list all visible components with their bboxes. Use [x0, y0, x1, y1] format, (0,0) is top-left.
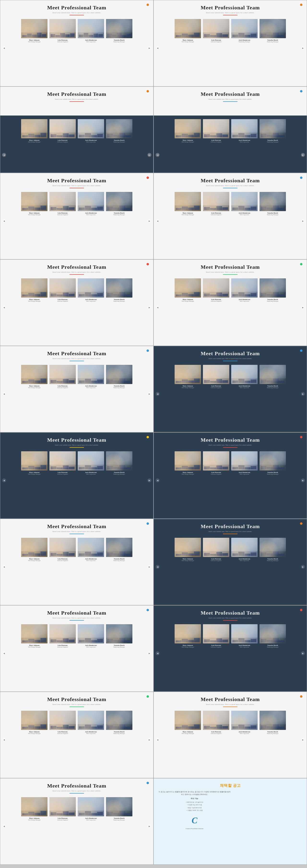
team-member-19-2: Leia Peterson Software Engineer — [49, 797, 76, 821]
nav-arrow-right-4[interactable]: ▶ — [301, 153, 305, 157]
team-member-5-1: Mary Johnson Web Design Manager — [21, 192, 47, 215]
member-photo-18-2 — [203, 711, 229, 730]
slide-12-dot — [300, 436, 302, 438]
member-photo-6-2 — [203, 192, 229, 211]
slide-14-team: Mary Johnson Web Design Manager Leia Pet… — [154, 535, 307, 564]
slide-9-subtitle: Insert your subtitle here. This is a goo… — [0, 358, 153, 360]
slide-15: Meet Professional Team Insert your subti… — [0, 605, 154, 692]
nav-arrow-left-7[interactable]: ◀ — [2, 306, 6, 309]
member-role-3-1: Web Design Manager — [28, 141, 40, 143]
member-role-2: Software Engineer — [57, 41, 68, 42]
slide-14-dot — [300, 522, 302, 525]
nav-arrow-right-12[interactable]: ▶ — [301, 478, 305, 482]
member-name-13-4: Natasha Beach — [114, 558, 125, 560]
nav-arrow-right-18[interactable]: ▶ — [301, 738, 305, 742]
slide-7-header: Meet Professional Team Insert your subti… — [0, 260, 153, 275]
slide-12-subtitle: Insert your subtitle here. This is a goo… — [154, 444, 307, 446]
nav-arrow-right-16[interactable]: ▶ — [301, 651, 305, 655]
member-photo-4-2 — [203, 119, 229, 138]
member-name-18-1: Mary Johnson — [182, 731, 193, 733]
nav-arrow-left-2[interactable]: ◀ — [156, 46, 160, 50]
team-member-6-1: Mary Johnson Web Design Manager — [175, 192, 201, 215]
nav-arrow-right-13[interactable]: ▶ — [147, 565, 151, 569]
member-name-11-3: Jack Henderson — [85, 471, 97, 473]
slide-1-title: Meet Professional Team — [0, 5, 153, 11]
nav-arrow-left-8[interactable]: ◀ — [156, 306, 160, 309]
member-photo-15-1 — [21, 624, 47, 644]
nav-arrow-right-15[interactable]: ▶ — [147, 651, 151, 655]
slide-19-header: Meet Professional Team Insert your subti… — [0, 778, 153, 794]
nav-arrow-right-19[interactable]: ▶ — [147, 824, 151, 828]
slide-7-team: Mary Johnson Web Design Manager Leia Pet… — [0, 276, 153, 304]
nav-arrow-left-16[interactable]: ◀ — [156, 651, 160, 655]
nav-arrow-left-12[interactable]: ◀ — [156, 478, 160, 482]
nav-arrow-left-10[interactable]: ◀ — [156, 392, 160, 396]
member-role-2-2: Software Engineer — [211, 41, 221, 42]
slide-10-dot — [300, 349, 302, 352]
member-name-8-2: Leia Peterson — [211, 299, 221, 301]
member-photo-5-2 — [49, 192, 76, 211]
slide-6-subtitle: Insert your subtitle here. This is a goo… — [154, 185, 307, 187]
nav-arrow-right-10[interactable]: ▶ — [301, 392, 305, 396]
nav-arrow-right-14[interactable]: ▶ — [301, 565, 305, 569]
nav-arrow-left-11[interactable]: ◀ — [2, 478, 6, 482]
nav-arrow-right-17[interactable]: ▶ — [147, 738, 151, 742]
nav-arrow-right-5[interactable]: ▶ — [147, 219, 151, 223]
nav-arrow-left-19[interactable]: ◀ — [2, 824, 6, 828]
nav-arrow-left-6[interactable]: ◀ — [156, 219, 160, 223]
slide-4-title: Meet Professional Team — [154, 91, 307, 97]
team-member-8-3: Jack Henderson Web Copywriter — [231, 278, 258, 302]
member-role-7-1: Web Design Manager — [28, 301, 40, 302]
member-name-2-2: Leia Peterson — [211, 39, 221, 41]
team-member-3-2: Leia Peterson Software Engineer — [49, 119, 76, 143]
slide-6-dot — [300, 177, 302, 179]
nav-arrow-left-15[interactable]: ◀ — [2, 651, 6, 655]
member-role-17-2: Software Engineer — [57, 733, 68, 734]
member-name-7-2: Leia Peterson — [58, 299, 67, 301]
nav-arrow-left-9[interactable]: ◀ — [2, 392, 6, 396]
member-role-14-2: Software Engineer — [211, 560, 221, 561]
nav-arrow-right-2[interactable]: ▶ — [301, 46, 305, 50]
member-role-10-2: Software Engineer — [211, 387, 221, 389]
slide-19-team: Mary Johnson Web Design Manager Leia Pet… — [0, 795, 153, 823]
nav-arrow-left-4[interactable]: ◀ — [156, 153, 160, 157]
slide-13-team: Mary Johnson Web Design Manager Leia Pet… — [0, 535, 153, 564]
slide-12-underline — [223, 447, 237, 448]
slide-16-header: Meet Professional Team Insert your subti… — [154, 606, 307, 621]
nav-arrow-left-14[interactable]: ◀ — [156, 565, 160, 569]
member-role-17-3: Web Copywriter — [86, 733, 96, 734]
member-name-16-2: Leia Peterson — [211, 644, 221, 646]
slide-13: Meet Professional Team Insert your subti… — [0, 519, 154, 605]
nav-arrow-right-11[interactable]: ▶ — [147, 478, 151, 482]
nav-arrow-right-3[interactable]: ▶ — [147, 153, 151, 157]
team-member-8-1: Mary Johnson Web Design Manager — [175, 278, 201, 302]
nav-arrow-right-8[interactable]: ▶ — [301, 306, 305, 309]
member-name-5-3: Jack Henderson — [85, 212, 97, 214]
member-role-8-2: Software Engineer — [211, 301, 221, 302]
slide-7-underline — [70, 274, 84, 275]
nav-arrow-right-6[interactable]: ▶ — [301, 219, 305, 223]
slide-19-title: Meet Professional Team — [0, 783, 153, 789]
nav-arrow-right-1[interactable]: ▶ — [147, 46, 151, 50]
slide-15-subtitle: Insert your subtitle here. This is a goo… — [0, 617, 153, 619]
team-member-18-2: Leia Peterson Software Engineer — [203, 711, 229, 734]
nav-arrow-left-5[interactable]: ◀ — [2, 219, 6, 223]
nav-arrow-left-18[interactable]: ◀ — [156, 738, 160, 742]
member-role-16-4: Marketing Manager — [267, 646, 278, 648]
slide-4-underline — [223, 101, 237, 102]
slide-8-team: Mary Johnson Web Design Manager Leia Pet… — [154, 276, 307, 304]
nav-arrow-right-9[interactable]: ▶ — [147, 392, 151, 396]
slide-19-subtitle: Insert your subtitle here. This is a goo… — [0, 790, 153, 792]
nav-arrow-left-17[interactable]: ◀ — [2, 738, 6, 742]
slide-9-team: Mary Johnson Web Design Manager Leia Pet… — [0, 363, 153, 391]
nav-arrow-left-1[interactable]: ◀ — [2, 46, 6, 50]
slide-1-dot — [146, 4, 149, 6]
slide-6-team: Mary Johnson Web Design Manager Leia Pet… — [154, 189, 307, 218]
nav-arrow-right-7[interactable]: ▶ — [147, 306, 151, 309]
slide-18-underline — [223, 707, 237, 707]
nav-arrow-left-3[interactable]: ◀ — [2, 153, 6, 157]
member-name-17-4: Natasha Beach — [114, 731, 125, 733]
nav-arrow-left-13[interactable]: ◀ — [2, 565, 6, 569]
slide-5: Meet Professional Team Insert your subti… — [0, 173, 154, 259]
slide-4: Meet Professional Team Insert your subti… — [154, 87, 307, 173]
